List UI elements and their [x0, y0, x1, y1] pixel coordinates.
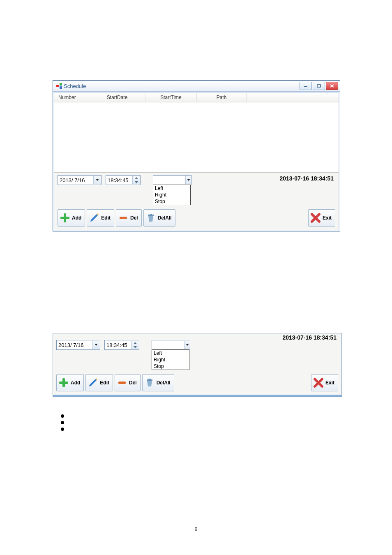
minus-icon	[118, 213, 129, 223]
chevron-down-icon[interactable]	[185, 176, 191, 184]
pencil-icon	[89, 213, 99, 223]
exit-button[interactable]: Exit	[308, 209, 335, 227]
svg-rect-12	[118, 382, 126, 384]
app-icon	[56, 83, 62, 89]
start-date-picker[interactable]	[58, 175, 101, 185]
svg-rect-7	[120, 217, 127, 219]
path-combo-list[interactable]: Left Right Stop	[153, 185, 191, 205]
start-date-picker[interactable]	[56, 340, 100, 350]
col-startdate[interactable]: StartDate	[89, 93, 145, 102]
svg-rect-0	[56, 85, 59, 87]
close-button[interactable]	[326, 82, 338, 90]
edit-button[interactable]: Edit	[87, 209, 114, 227]
add-button[interactable]: Add	[58, 209, 85, 227]
delall-button[interactable]: DelAll	[143, 209, 175, 227]
svg-rect-2	[60, 86, 62, 89]
combo-option-left[interactable]: Left	[152, 350, 189, 356]
svg-rect-14	[148, 379, 151, 379]
edit-button[interactable]: Edit	[85, 374, 113, 391]
chevron-down-icon[interactable]	[92, 341, 100, 349]
svg-rect-8	[148, 215, 154, 216]
svg-rect-4	[317, 85, 321, 87]
trash-icon	[145, 213, 156, 223]
titlebar[interactable]: Schedule	[53, 81, 340, 92]
del-button[interactable]: Del	[116, 209, 142, 227]
bullet-icon	[61, 414, 64, 418]
maximize-button[interactable]	[313, 82, 325, 90]
delall-button[interactable]: DelAll	[142, 374, 174, 391]
list-area	[54, 102, 339, 173]
combo-option-right[interactable]: Right	[153, 192, 190, 198]
combo-option-right[interactable]: Right	[152, 356, 189, 363]
plus-icon	[60, 213, 70, 223]
status-timestamp: 2013-07-16 18:34:51	[282, 334, 337, 341]
bullet-icon	[61, 428, 64, 431]
svg-rect-9	[150, 214, 152, 215]
start-time-spinner[interactable]	[104, 340, 139, 350]
col-path[interactable]: Path	[197, 93, 247, 102]
col-number[interactable]: Number	[54, 93, 89, 102]
combo-option-stop[interactable]: Stop	[152, 363, 189, 370]
svg-rect-13	[147, 379, 152, 381]
svg-rect-3	[304, 86, 307, 87]
bullet-list	[61, 411, 64, 434]
svg-rect-11	[59, 382, 68, 384]
start-time-spinner[interactable]	[106, 175, 141, 185]
schedule-window-cropped: Left Right Stop 2013-07-16 18:34:51 Add …	[53, 333, 342, 397]
pencil-icon	[88, 377, 98, 388]
window-title: Schedule	[64, 83, 86, 89]
chevron-up-icon[interactable]	[135, 176, 138, 180]
col-starttime[interactable]: StartTime	[145, 93, 197, 102]
path-combo[interactable]	[153, 175, 191, 185]
add-button[interactable]: Add	[56, 374, 84, 391]
start-date-input[interactable]	[58, 176, 93, 184]
svg-rect-1	[60, 83, 62, 86]
status-timestamp: 2013-07-16 18:34:51	[279, 175, 334, 182]
chevron-down-icon[interactable]	[93, 176, 101, 184]
minus-icon	[117, 377, 127, 388]
path-combo-list[interactable]: Left Right Stop	[152, 349, 189, 370]
trash-icon	[144, 377, 155, 388]
chevron-down-icon[interactable]	[135, 180, 138, 184]
column-headers: Number StartDate StartTime Path	[54, 93, 339, 102]
bullet-icon	[61, 421, 64, 424]
start-time-input[interactable]	[106, 176, 132, 184]
minimize-button[interactable]	[300, 82, 312, 90]
path-combo-input[interactable]	[152, 341, 184, 349]
plus-icon	[58, 377, 69, 388]
schedule-window: Schedule Number StartDate StartTime Path	[53, 80, 340, 231]
chevron-down-icon[interactable]	[184, 341, 190, 349]
combo-option-stop[interactable]: Stop	[153, 198, 190, 205]
start-date-input[interactable]	[57, 341, 92, 349]
svg-rect-6	[60, 217, 69, 219]
path-combo[interactable]	[152, 340, 190, 350]
chevron-down-icon[interactable]	[134, 345, 137, 349]
path-combo-input[interactable]	[153, 176, 185, 184]
x-icon	[313, 377, 324, 388]
start-time-input[interactable]	[105, 341, 131, 349]
del-button[interactable]: Del	[115, 374, 141, 391]
combo-option-left[interactable]: Left	[153, 185, 190, 192]
exit-button[interactable]: Exit	[311, 374, 338, 391]
chevron-up-icon[interactable]	[134, 341, 137, 345]
page-number: 9	[0, 526, 392, 532]
x-icon	[310, 213, 321, 223]
